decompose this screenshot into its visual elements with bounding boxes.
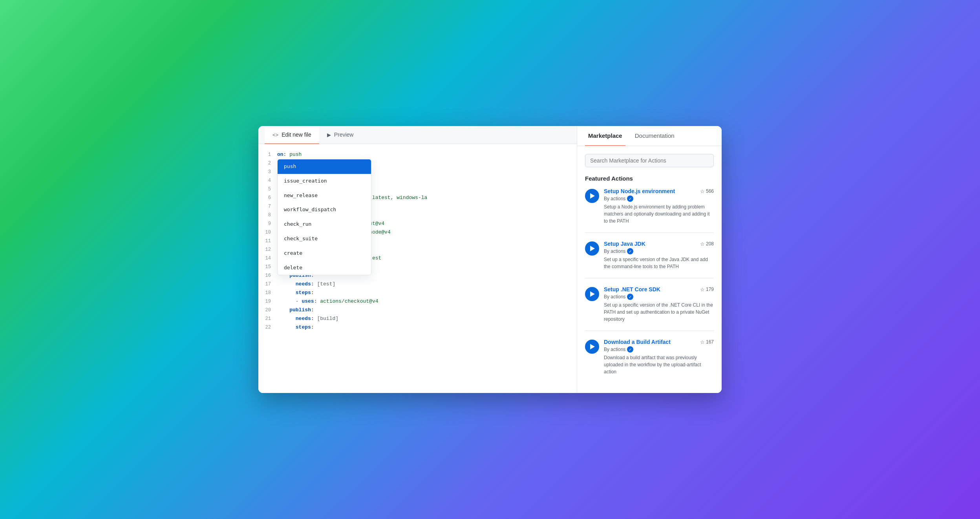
autocomplete-item-issue-creation[interactable]: issue_creation (278, 174, 371, 188)
action-desc-artifact: Download a build artifact that was previ… (604, 354, 714, 375)
tab-marketplace[interactable]: Marketplace (585, 126, 625, 146)
verified-icon: ✓ (627, 196, 633, 202)
code-area: 1 on: push 2 jobs: 3 t 4 5 (258, 144, 577, 338)
action-name-dotnet[interactable]: Setup .NET Core SDK (604, 286, 660, 292)
action-stars-artifact: ☆ 167 (700, 339, 714, 345)
verified-icon: ✓ (627, 294, 633, 300)
star-icon: ☆ (700, 188, 705, 194)
action-desc-dotnet: Set up a specific version of the .NET Co… (604, 302, 714, 323)
code-line: 20 publish: (258, 306, 577, 314)
action-info-java: Setup Java JDK ☆ 208 By actions ✓ Set up… (604, 241, 714, 270)
action-header: Setup .NET Core SDK ☆ 179 (604, 286, 714, 292)
action-stars-nodejs: ☆ 566 (700, 188, 714, 194)
action-by-dotnet: By actions ✓ (604, 294, 714, 300)
separator (585, 232, 714, 233)
action-name-artifact[interactable]: Download a Build Artifact (604, 339, 671, 345)
action-stars-java: ☆ 208 (700, 241, 714, 247)
preview-icon: ▶ (327, 132, 331, 138)
action-name-nodejs[interactable]: Setup Node.js environment (604, 188, 675, 194)
marketplace-content: Featured Actions Setup Node.js environme… (577, 146, 722, 393)
tab-preview-label: Preview (334, 132, 354, 138)
action-desc-java: Set up a specific version of the Java JD… (604, 256, 714, 270)
star-icon: ☆ (700, 287, 705, 292)
marketplace-tabs: Marketplace Documentation (577, 126, 722, 146)
tab-edit-label: Edit new file (282, 132, 311, 138)
play-icon (590, 344, 595, 349)
action-icon-artifact (585, 340, 599, 354)
action-info-dotnet: Setup .NET Core SDK ☆ 179 By actions ✓ S… (604, 286, 714, 323)
verified-icon: ✓ (627, 248, 633, 254)
tab-documentation-label: Documentation (635, 132, 675, 139)
action-info-nodejs: Setup Node.js environment ☆ 566 By actio… (604, 188, 714, 225)
code-line: 22 steps: (258, 323, 577, 332)
by-label: By actions (604, 249, 625, 254)
editor-tabs: <> Edit new file ▶ Preview (258, 126, 577, 144)
autocomplete-item-new-release[interactable]: new_release (278, 188, 371, 203)
search-input[interactable] (585, 154, 714, 167)
action-by-java: By actions ✓ (604, 248, 714, 254)
play-icon (590, 246, 595, 251)
autocomplete-item-delete[interactable]: delete (278, 261, 371, 275)
featured-title: Featured Actions (585, 175, 714, 182)
by-label: By actions (604, 196, 625, 201)
autocomplete-item-workflow-dispatch[interactable]: workflow_dispatch (278, 203, 371, 217)
autocomplete-item-check-suite[interactable]: check_suite (278, 232, 371, 246)
marketplace-panel: Marketplace Documentation Featured Actio… (577, 126, 722, 393)
by-label: By actions (604, 294, 625, 300)
action-item-artifact: Download a Build Artifact ☆ 167 By actio… (585, 339, 714, 375)
action-by-artifact: By actions ✓ (604, 346, 714, 353)
star-count: 566 (706, 188, 714, 194)
editor-panel: <> Edit new file ▶ Preview 1 on: push 2 … (258, 126, 577, 393)
code-line: 19 - uses: actions/checkout@v4 (258, 297, 577, 306)
action-header: Setup Node.js environment ☆ 566 (604, 188, 714, 194)
action-by-nodejs: By actions ✓ (604, 196, 714, 202)
play-icon (590, 291, 595, 297)
code-line: 18 steps: (258, 289, 577, 297)
tab-documentation[interactable]: Documentation (632, 126, 678, 146)
action-header: Setup Java JDK ☆ 208 (604, 241, 714, 247)
code-line: 17 needs: [test] (258, 280, 577, 289)
editor-content[interactable]: 1 on: push 2 jobs: 3 t 4 5 (258, 144, 577, 393)
star-count: 208 (706, 241, 714, 247)
action-icon-nodejs (585, 189, 599, 203)
action-icon-java (585, 241, 599, 256)
main-container: <> Edit new file ▶ Preview 1 on: push 2 … (258, 126, 722, 393)
code-line: 21 needs: [build] (258, 314, 577, 323)
tab-marketplace-label: Marketplace (588, 132, 622, 139)
code-icon: <> (272, 132, 278, 138)
play-icon (590, 193, 595, 199)
separator (585, 331, 714, 331)
action-icon-dotnet (585, 287, 599, 301)
autocomplete-item-check-run[interactable]: check_run (278, 217, 371, 232)
action-item-nodejs: Setup Node.js environment ☆ 566 By actio… (585, 188, 714, 225)
star-icon: ☆ (700, 241, 705, 247)
action-header: Download a Build Artifact ☆ 167 (604, 339, 714, 345)
action-name-java[interactable]: Setup Java JDK (604, 241, 645, 247)
code-line: 1 on: push (258, 150, 577, 159)
autocomplete-item-push[interactable]: push (278, 159, 371, 174)
action-item-dotnet: Setup .NET Core SDK ☆ 179 By actions ✓ S… (585, 286, 714, 323)
by-label: By actions (604, 347, 625, 352)
separator (585, 278, 714, 278)
tab-preview[interactable]: ▶ Preview (319, 126, 362, 144)
star-count: 179 (706, 287, 714, 292)
action-info-artifact: Download a Build Artifact ☆ 167 By actio… (604, 339, 714, 375)
autocomplete-item-create[interactable]: create (278, 246, 371, 261)
star-count: 167 (706, 339, 714, 345)
action-item-java: Setup Java JDK ☆ 208 By actions ✓ Set up… (585, 241, 714, 270)
action-desc-nodejs: Setup a Node.js environment by adding pr… (604, 203, 714, 225)
action-stars-dotnet: ☆ 179 (700, 287, 714, 292)
tab-edit[interactable]: <> Edit new file (265, 126, 319, 144)
autocomplete-dropdown[interactable]: push issue_creation new_release workflow… (277, 159, 371, 275)
verified-icon: ✓ (627, 346, 633, 353)
star-icon: ☆ (700, 339, 705, 345)
